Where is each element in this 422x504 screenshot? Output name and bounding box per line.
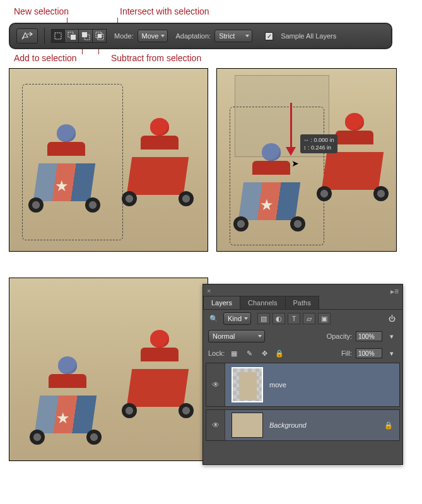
- mode-label: Mode:: [114, 32, 134, 40]
- kid-red: [141, 330, 179, 358]
- lock-position-icon[interactable]: ✥: [259, 348, 270, 359]
- filter-smart-icon[interactable]: ▣: [318, 313, 331, 324]
- layer-filter-row: 🔍 Kind ▧ ◐ T ▱ ▣ ⏻: [203, 310, 402, 327]
- adaptation-dropdown[interactable]: Strict: [214, 30, 252, 42]
- blend-opacity-row: Normal Opacity: 100% ▾: [203, 327, 402, 345]
- filter-shape-icon[interactable]: ▱: [303, 313, 315, 324]
- divider: [44, 28, 45, 44]
- lock-transparency-icon[interactable]: ▦: [228, 348, 240, 359]
- move-distance-tooltip: ↔ : 0.000 in ↕ : 0.246 in: [300, 134, 337, 153]
- new-selection-button[interactable]: [51, 29, 65, 43]
- lock-icon: 🔒: [383, 419, 394, 431]
- visibility-toggle[interactable]: [206, 410, 225, 440]
- fill-label: Fill:: [341, 349, 352, 357]
- filter-toggle-switch[interactable]: ⏻: [386, 313, 397, 324]
- lock-fill-row: Lock: ▦ ✎ ✥ 🔒 Fill: 100% ▾: [203, 345, 402, 361]
- kid-blue: [47, 124, 85, 153]
- eye-icon: [212, 421, 220, 430]
- callout-new-selection: New selection: [14, 6, 69, 16]
- sample-all-layers-label: Sample All Layers: [281, 32, 336, 40]
- callout-intersect: Intersect with selection: [120, 6, 209, 16]
- add-to-selection-button[interactable]: [65, 29, 79, 43]
- layer-name[interactable]: move: [269, 381, 286, 389]
- intersect-with-selection-button[interactable]: [93, 29, 107, 43]
- horiz-label: ↔ :: [303, 137, 312, 143]
- canvas-after: ★: [9, 278, 208, 461]
- filter-type-icons: ▧ ◐ T ▱ ▣: [257, 313, 331, 324]
- layer-thumbnail[interactable]: [232, 367, 263, 402]
- callout-line: [82, 49, 83, 54]
- layer-name[interactable]: Background: [269, 421, 307, 429]
- soapbox-blue: ★: [30, 138, 99, 208]
- callout-add: Add to selection: [14, 53, 77, 63]
- adaptation-label: Adaptation:: [175, 32, 211, 40]
- content-aware-move-tool-icon[interactable]: [16, 28, 38, 44]
- layers-list: move Background 🔒: [203, 361, 402, 445]
- canvas-before: ★: [9, 68, 208, 252]
- selection-mode-group: [51, 29, 107, 43]
- options-bar: Mode: Move Adaptation: Strict ✓ Sample A…: [9, 23, 392, 49]
- visibility-toggle[interactable]: [206, 363, 225, 406]
- svg-rect-7: [98, 34, 102, 38]
- callout-line: [98, 49, 99, 54]
- star-icon: ★: [260, 196, 274, 214]
- kid-red: [336, 113, 373, 141]
- mode-dropdown[interactable]: Move: [138, 30, 168, 42]
- fill-input[interactable]: 100%: [356, 348, 382, 358]
- soapbox-blue: ★: [31, 370, 100, 440]
- kid-blue: [252, 143, 290, 172]
- horiz-value: 0.000 in: [314, 137, 334, 143]
- lock-label: Lock:: [208, 349, 225, 357]
- filter-kind-dropdown[interactable]: Kind: [223, 312, 251, 325]
- vert-label: ↕ :: [303, 144, 310, 151]
- lock-all-icon[interactable]: 🔒: [274, 348, 285, 359]
- filter-pixel-icon[interactable]: ▧: [257, 313, 270, 324]
- kid-blue: [49, 356, 86, 385]
- panel-tabs: Layers Channels Paths: [203, 296, 402, 310]
- cursor-icon: ➤: [291, 158, 299, 168]
- layer-row[interactable]: move: [206, 363, 400, 407]
- filter-type-icon[interactable]: T: [288, 313, 300, 324]
- tab-channels[interactable]: Channels: [240, 296, 285, 309]
- move-direction-arrow: [290, 103, 296, 156]
- chevron-down-icon[interactable]: ▾: [386, 348, 397, 359]
- search-icon: 🔍: [208, 313, 220, 324]
- eye-icon: [212, 380, 220, 389]
- kid-red: [141, 118, 179, 146]
- panel-menu-icon[interactable]: ▸≡: [390, 287, 399, 296]
- star-icon: ★: [55, 177, 69, 195]
- layer-thumbnail[interactable]: [232, 413, 263, 438]
- filter-adjustment-icon[interactable]: ◐: [273, 313, 285, 324]
- star-icon: ★: [56, 409, 70, 427]
- vert-value: 0.246 in: [311, 144, 331, 151]
- canvas-during-move: ★ ➤ ↔ : 0.000 in ↕ : 0.246 in: [216, 68, 397, 252]
- svg-rect-2: [71, 35, 76, 40]
- tab-paths[interactable]: Paths: [285, 296, 319, 309]
- blend-mode-dropdown[interactable]: Normal: [208, 330, 265, 343]
- subtract-from-selection-button[interactable]: [79, 29, 93, 43]
- opacity-label: Opacity:: [327, 332, 352, 340]
- svg-rect-0: [55, 33, 61, 39]
- soapbox-red: [123, 344, 192, 413]
- callout-subtract: Subtract from selection: [111, 53, 201, 63]
- layers-panel: × ▸≡ Layers Channels Paths 🔍 Kind ▧ ◐ T …: [202, 284, 403, 465]
- panel-collapse-icon[interactable]: ×: [207, 287, 211, 295]
- opacity-input[interactable]: 100%: [356, 331, 382, 341]
- chevron-down-icon[interactable]: ▾: [386, 331, 397, 342]
- lock-pixels-icon[interactable]: ✎: [243, 348, 255, 359]
- tab-layers[interactable]: Layers: [203, 296, 240, 309]
- layer-row[interactable]: Background 🔒: [206, 409, 400, 441]
- soapbox-red: [123, 132, 192, 201]
- sample-all-layers-checkbox[interactable]: ✓: [265, 32, 273, 40]
